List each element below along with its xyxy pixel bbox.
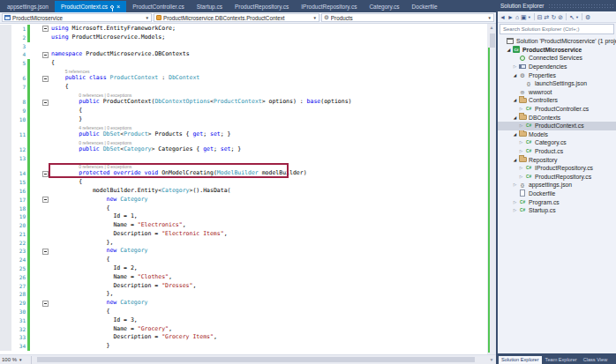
collapsed-arrow-icon[interactable]: ▷: [512, 182, 518, 187]
forward-icon[interactable]: ►: [507, 14, 514, 20]
breakpoint-margin[interactable]: [0, 256, 11, 264]
scroll-up-icon[interactable]: ▲: [487, 24, 496, 32]
code-area[interactable]: 1using Microsoft.EntityFrameworkCore;2us…: [0, 24, 487, 354]
codelens-references-link[interactable]: 5 references: [51, 68, 89, 74]
expanded-arrow-icon[interactable]: ◢: [512, 158, 518, 162]
fold-margin[interactable]: [39, 308, 51, 316]
tab-appsettings-json[interactable]: appsettings.json: [1, 1, 55, 12]
breakpoint-margin[interactable]: [0, 163, 11, 169]
code-line-31[interactable]: 31Id = 3,: [0, 316, 487, 325]
tree-item-product-cs[interactable]: ▷C#Product.cs: [498, 147, 616, 156]
chevron-down-icon[interactable]: ▼: [313, 16, 317, 20]
code-line-20[interactable]: 20Name = "Electronics",: [0, 221, 487, 230]
collapse-region-icon[interactable]: [42, 197, 49, 203]
breakpoint-margin[interactable]: [0, 145, 11, 154]
code-line-19[interactable]: 19Id = 1,: [0, 212, 487, 221]
code-line-33[interactable]: 33Description = "Grocery Items",: [0, 333, 487, 342]
fold-margin[interactable]: [39, 187, 51, 196]
show-all-files-icon[interactable]: ⊘: [558, 14, 563, 20]
tab-dockerfile[interactable]: Dockerfile: [406, 1, 444, 12]
fold-margin[interactable]: [39, 163, 51, 169]
fold-margin[interactable]: [39, 230, 51, 239]
breakpoint-margin[interactable]: [0, 124, 11, 130]
scroll-down-icon[interactable]: ▼: [487, 357, 496, 362]
tree-item-wwwroot[interactable]: ⊕wwwroot: [498, 88, 616, 97]
tree-item-dockerfile[interactable]: Dockerfile: [498, 189, 616, 198]
code-line-17[interactable]: 17new Category: [0, 196, 487, 204]
tree-item-launchsettings-json[interactable]: {}launchSettings.json: [498, 79, 616, 88]
home-icon[interactable]: ⌂: [515, 14, 519, 20]
collapse-region-icon[interactable]: [42, 76, 49, 82]
fold-margin[interactable]: [39, 342, 51, 351]
expanded-arrow-icon[interactable]: ◢: [512, 132, 518, 137]
collapse-region-icon[interactable]: [42, 301, 49, 307]
project-dropdown[interactable]: ProductMicroservice ▼: [2, 13, 152, 22]
expanded-arrow-icon[interactable]: ◢: [512, 115, 518, 120]
code-line-34[interactable]: 34}: [0, 342, 487, 351]
code-line-14[interactable]: 14protected override void OnModelCreatin…: [0, 169, 487, 178]
collapse-region-icon[interactable]: [42, 26, 49, 32]
code-line-32[interactable]: 32Name = "Grocery",: [0, 325, 487, 334]
tree-item-dbcontexts[interactable]: ◢DBContexts: [498, 113, 616, 122]
code-line-30[interactable]: 30{: [0, 308, 487, 316]
fold-margin[interactable]: [39, 325, 51, 334]
pin-icon[interactable]: [110, 5, 114, 9]
preview-selected-items-icon[interactable]: ↖▼: [569, 14, 579, 20]
code-line-28[interactable]: 28},: [0, 290, 487, 299]
chevron-down-icon[interactable]: ▼: [488, 16, 492, 20]
code-line-7[interactable]: 7{: [0, 83, 487, 92]
fold-margin[interactable]: [39, 290, 51, 299]
sync-active-document-icon[interactable]: ⇄: [545, 14, 550, 20]
horizontal-scrollbar-track[interactable]: [32, 355, 487, 364]
breakpoint-margin[interactable]: [0, 196, 11, 204]
breakpoint-margin[interactable]: [0, 316, 11, 325]
breakpoint-margin[interactable]: [0, 178, 11, 187]
tab-productrepository-cs[interactable]: ProductRepository.cs: [229, 1, 295, 12]
fold-margin[interactable]: [39, 196, 51, 204]
code-line-10[interactable]: 10}: [0, 115, 487, 124]
code-line-22[interactable]: 22},: [0, 239, 487, 248]
fold-margin[interactable]: [39, 107, 51, 115]
tree-item-appsettings-json[interactable]: ▷{}appsettings.json: [498, 181, 616, 189]
collapsed-arrow-icon[interactable]: ▷: [518, 149, 524, 153]
fold-margin[interactable]: [39, 273, 51, 282]
collapse-region-icon[interactable]: [42, 100, 49, 106]
code-line-11[interactable]: 11public DbSet<Product> Products { get; …: [0, 130, 487, 139]
codelens-references-link[interactable]: 4 references | 0 exceptions: [51, 124, 131, 130]
code-line-4[interactable]: 4namespace ProductMicroservice.DBContext…: [0, 50, 487, 59]
code-line-9[interactable]: 9{: [0, 107, 487, 115]
breakpoint-margin[interactable]: [0, 169, 11, 178]
fold-margin[interactable]: [39, 221, 51, 230]
breakpoint-margin[interactable]: [0, 333, 11, 342]
code-line-12[interactable]: 12public DbSet<Category> Categories { ge…: [0, 145, 487, 154]
breakpoint-margin[interactable]: [0, 130, 11, 139]
tab-productcontroller-cs[interactable]: ProductController.cs: [126, 1, 191, 12]
tree-item-category-cs[interactable]: ▷C#Category.cs: [498, 138, 616, 147]
fold-margin[interactable]: [39, 212, 51, 221]
breakpoint-margin[interactable]: [0, 325, 11, 334]
close-icon[interactable]: ×: [116, 4, 120, 10]
breakpoint-margin[interactable]: [0, 273, 11, 282]
code-line-21[interactable]: 21Description = "Electronic Items",: [0, 230, 487, 239]
tree-item-repository[interactable]: ◢Repository: [498, 155, 616, 164]
fold-margin[interactable]: [39, 169, 51, 178]
fold-margin[interactable]: [39, 83, 51, 92]
collapse-region-icon[interactable]: [42, 52, 49, 58]
breakpoint-margin[interactable]: [0, 107, 11, 115]
fold-margin[interactable]: [39, 299, 51, 308]
tree-item-solution-productmicroservice-1-project[interactable]: Solution 'ProductMicroservice' (1 projec…: [498, 37, 616, 46]
fold-margin[interactable]: [39, 50, 51, 59]
breakpoint-margin[interactable]: [0, 59, 11, 68]
breakpoint-margin[interactable]: [0, 33, 11, 42]
properties-icon[interactable]: ⚙: [585, 14, 590, 20]
tree-item-program-cs[interactable]: ▷C#Program.cs: [498, 197, 616, 206]
code-line-2[interactable]: 2using ProductMicroservice.Models;: [0, 33, 487, 42]
horizontal-scrollbar-thumb[interactable]: [37, 357, 475, 362]
chevron-down-icon[interactable]: ▼: [19, 358, 22, 362]
tree-item-controllers[interactable]: ◢Controllers: [498, 96, 616, 105]
bottom-tab-team-explorer[interactable]: Team Explorer: [543, 356, 580, 364]
fold-margin[interactable]: [39, 124, 51, 130]
code-line-8[interactable]: 8public ProductContext(DbContextOptions<…: [0, 98, 487, 107]
tab-productcontext-cs[interactable]: ProductContext.cs×: [55, 1, 126, 12]
fold-margin[interactable]: [39, 178, 51, 187]
